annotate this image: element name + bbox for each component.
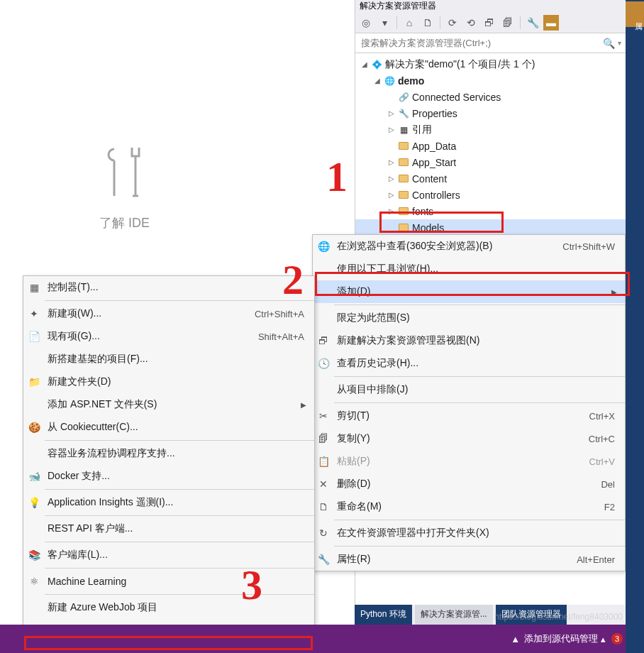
fwd-icon[interactable]: ▾ [377, 15, 392, 31]
cut-icon: ✂ [313, 410, 334, 422]
source-control-upload-icon[interactable]: ▲ [511, 634, 520, 644]
folder-icon [399, 142, 409, 150]
add-rest[interactable]: REST API 客户端... [23, 517, 314, 540]
open-folder-icon: ↻ [313, 527, 334, 539]
properties-node[interactable]: ▷ 🔧 Properties [355, 105, 626, 121]
window-icon: 🗗 [313, 335, 334, 346]
history-icon: 🕓 [313, 358, 334, 369]
references-node[interactable]: ▷ ▦ 引用 [355, 121, 626, 138]
models-label: Models [412, 222, 444, 234]
add-new-item[interactable]: ✦新建项(W)...Ctrl+Shift+A [23, 302, 314, 325]
expander-icon[interactable]: ◢ [372, 76, 382, 86]
add-docker[interactable]: 🐋Docker 支持... [23, 465, 314, 488]
wrench-icon: 🔧 [313, 554, 334, 565]
watermark: https://blog.csdn.net/feng8403000 [494, 612, 623, 622]
appstart-node[interactable]: ▷ App_Start [355, 154, 626, 170]
add-ml[interactable]: ⚛Machine Learning [23, 570, 314, 593]
add-aspnet-folder[interactable]: 添加 ASP.NET 文件夹(S)▶ [23, 393, 314, 416]
solution-icon: 💠 [371, 59, 382, 70]
ctx-props[interactable]: 🔧属性(R)Alt+Enter [313, 548, 625, 571]
ctx-browse-with[interactable]: 使用以下工具浏览(H)... [313, 258, 625, 280]
project-node[interactable]: ◢ 🌐 demo [355, 72, 626, 89]
properties-label: Properties [412, 108, 457, 119]
copy-icon: 🗐 [313, 433, 334, 444]
back-icon[interactable]: ◎ [358, 15, 374, 31]
references-icon: ▦ [398, 124, 409, 136]
ctx-browse[interactable]: 🌐 在浏览器中查看(360安全浏览器)(B) Ctrl+Shift+W [313, 235, 625, 258]
folder-icon [399, 191, 409, 199]
connected-services-node[interactable]: 🔗 Connected Services [355, 89, 626, 105]
collapse-icon[interactable]: 🗗 [482, 15, 497, 31]
docker-icon: 🐋 [23, 471, 45, 482]
ctx-delete[interactable]: ✕删除(D)Del [313, 473, 625, 495]
tab-solution[interactable]: 解决方案资源管... [415, 605, 493, 625]
add-clientlib[interactable]: 📚客户端库(L)... [23, 544, 314, 566]
dock-tab[interactable]: 属 [626, 1, 644, 27]
connected-icon: 🔗 [398, 92, 409, 103]
expander-icon[interactable]: ▷ [387, 207, 396, 216]
models-node[interactable]: Models [355, 219, 626, 236]
ctx-scope[interactable]: 限定为此范围(S) [313, 307, 625, 329]
expander-icon[interactable]: ▷ [387, 174, 396, 184]
home-icon[interactable]: ⌂ [401, 15, 417, 31]
status-text[interactable]: 添加到源代码管理 [524, 632, 598, 645]
folder-icon [399, 158, 409, 166]
submenu-arrow-icon: ▶ [609, 288, 619, 296]
doc-icon[interactable]: 🗋 [420, 15, 435, 31]
folder-icon [399, 224, 409, 231]
notification-badge[interactable]: 3 [611, 633, 623, 644]
ide-learn-label[interactable]: 了解 IDE [99, 214, 150, 231]
ctx-exclude[interactable]: 从项目中排除(J) [313, 378, 625, 401]
add-cookiecutter[interactable]: 🍪从 Cookiecutter(C)... [23, 416, 314, 439]
add-existing-item[interactable]: 📄现有项(G)...Shift+Alt+A [23, 325, 314, 348]
add-container[interactable]: 容器业务流程协调程序支持... [23, 442, 314, 465]
expander-icon[interactable]: ▷ [387, 190, 396, 200]
right-dock-edge: 属 [626, 0, 644, 653]
expander-icon[interactable]: ▷ [387, 158, 396, 168]
controllers-node[interactable]: ▷ Controllers [355, 187, 626, 203]
tab-python[interactable]: Python 环境 [355, 605, 412, 625]
ctx-rename[interactable]: 🗋重命名(M)F2 [313, 495, 625, 518]
solution-node[interactable]: ◢ 💠 解决方案"demo"(1 个项目/共 1 个) [355, 56, 626, 72]
add-new-webjob[interactable]: 新建 Azure WebJob 项目 [23, 596, 314, 619]
ctx-cut[interactable]: ✂剪切(T)Ctrl+X [313, 405, 625, 427]
search-input[interactable] [358, 38, 601, 48]
appdata-node[interactable]: App_Data [355, 138, 626, 154]
expander-icon[interactable]: ◢ [360, 60, 370, 70]
status-bar: ▲ 添加到源代码管理 ▴ 3 [0, 625, 644, 653]
controllers-label: Controllers [412, 190, 460, 201]
expander-icon[interactable]: ▷ [387, 109, 396, 119]
appdata-label: App_Data [412, 141, 456, 152]
fonts-node[interactable]: ▷ fonts [355, 203, 626, 219]
showall-icon[interactable]: 🗐 [500, 15, 516, 31]
folder-icon [399, 175, 409, 182]
search-dropdown-icon[interactable]: ▾ [616, 39, 623, 47]
ctx-copy[interactable]: 🗐复制(Y)Ctrl+C [313, 427, 625, 450]
add-controller[interactable]: ▦控制器(T)... [23, 276, 314, 299]
add-new-folder[interactable]: 📁新建文件夹(D) [23, 371, 314, 393]
toggle-icon[interactable]: ▬ [543, 15, 559, 31]
folder-icon [399, 207, 409, 215]
content-node[interactable]: ▷ Content [355, 170, 626, 187]
new-item-icon: ✦ [23, 308, 45, 319]
rename-icon: 🗋 [313, 501, 334, 512]
sync-icon[interactable]: ⟳ [445, 15, 460, 31]
search-icon[interactable]: 🔍 [601, 35, 616, 51]
ctx-new-view[interactable]: 🗗新建解决方案资源管理器视图(N) [313, 329, 625, 352]
add-scaffold[interactable]: 新搭建基架的项目(F)... [23, 348, 314, 371]
expander-icon[interactable]: ▷ [387, 125, 396, 135]
appstart-label: App_Start [412, 157, 456, 168]
content-label: Content [412, 173, 447, 185]
existing-item-icon: 📄 [23, 331, 45, 342]
refresh-icon[interactable]: ⟲ [463, 15, 479, 31]
chevron-up-icon[interactable]: ▴ [601, 634, 606, 644]
wrench-icon[interactable]: 🔧 [525, 15, 540, 31]
solution-tree: ◢ 💠 解决方案"demo"(1 个项目/共 1 个) ◢ 🌐 demo 🔗 C… [355, 53, 626, 238]
ctx-open-explorer[interactable]: ↻在文件资源管理器中打开文件夹(X) [313, 522, 625, 544]
ctx-add[interactable]: 添加(D) ▶ [313, 280, 625, 303]
globe-icon: 🌐 [384, 75, 395, 87]
solution-label: 解决方案"demo"(1 个项目/共 1 个) [385, 58, 535, 71]
ctx-paste: 📋粘贴(P)Ctrl+V [313, 450, 625, 473]
ctx-history[interactable]: 🕓查看历史记录(H)... [313, 352, 625, 375]
add-appinsights[interactable]: 💡Application Insights 遥测(I)... [23, 491, 314, 514]
